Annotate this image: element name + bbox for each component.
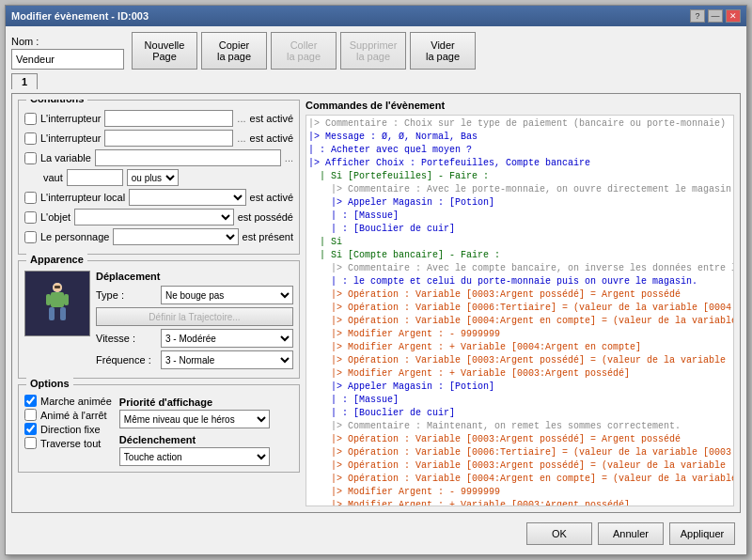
deplacement-title: Déplacement xyxy=(96,271,293,282)
condition-5-checkbox[interactable] xyxy=(24,211,37,224)
options-content: Marche animée Animé à l'arrêt Direction … xyxy=(24,395,293,466)
condition-2-dots: ... xyxy=(237,132,245,144)
type-select[interactable]: Ne bouge pas xyxy=(161,286,293,304)
condition-1-input[interactable] xyxy=(104,110,233,127)
type-row: Type : Ne bouge pas xyxy=(96,286,293,304)
toolbar: NouvellePage Copierla page Collerla page… xyxy=(132,32,476,70)
command-line: |> Opération : Variable [0003:Argent pos… xyxy=(308,459,731,473)
frequence-row: Fréquence : 3 - Normale xyxy=(96,350,293,369)
appearance-section: Déplacement Type : Ne bouge pas Définir … xyxy=(24,271,293,372)
command-line: |> Commentaire : Avec le porte-monnaie, … xyxy=(308,183,731,196)
direction-checkbox[interactable] xyxy=(24,423,37,435)
conditions-group: Conditions L'interrupteur ... est activé xyxy=(18,100,300,255)
command-line: |> Appeler Magasin : [Potion] xyxy=(308,381,731,394)
condition-row-1: L'interrupteur ... est activé xyxy=(24,110,293,127)
command-line: |> Modifier Argent : + Variable [0004:Ar… xyxy=(308,341,731,354)
command-line: | Si [Compte bancaire] - Faire : xyxy=(308,249,731,262)
conditions-title: Conditions xyxy=(26,100,87,104)
clear-page-button[interactable]: Viderla page xyxy=(410,32,476,70)
svg-rect-4 xyxy=(46,294,51,305)
apply-button[interactable]: Appliquer xyxy=(669,522,735,545)
cancel-button[interactable]: Annuler xyxy=(598,522,664,545)
condition-3-dots: ... xyxy=(285,152,293,163)
command-line: | : [Bouclier de cuir] xyxy=(308,223,731,236)
priority-section: Priorité d'affichage Même niveau que le … xyxy=(119,397,293,428)
type-label: Type : xyxy=(96,289,157,301)
marche-label: Marche animée xyxy=(40,396,112,407)
condition-2-checkbox[interactable] xyxy=(24,132,37,145)
help-button[interactable]: ? xyxy=(690,9,705,23)
main-area: Conditions L'interrupteur ... est activé xyxy=(11,93,741,513)
appearance-title: Apparence xyxy=(26,254,87,265)
condition-4-checkbox[interactable] xyxy=(24,192,37,204)
condition-3-input[interactable] xyxy=(95,149,281,166)
command-line: | Si xyxy=(308,236,731,249)
ok-button[interactable]: OK xyxy=(526,522,592,545)
anime-label: Animé à l'arrêt xyxy=(40,410,107,421)
command-line: |> Message : Ø, Ø, Normal, Bas xyxy=(308,131,731,144)
condition-4-select[interactable] xyxy=(129,189,245,206)
traverse-checkbox[interactable] xyxy=(24,437,37,449)
name-label: Nom : xyxy=(11,36,124,47)
tab-bar: 1 xyxy=(11,73,741,89)
condition-3-checkbox[interactable] xyxy=(24,152,37,164)
svg-rect-5 xyxy=(64,294,69,305)
command-line: | Si [Portefeuilles] - Faire : xyxy=(308,170,731,183)
left-panel: Conditions L'interrupteur ... est activé xyxy=(18,100,300,506)
condition-1-dots: ... xyxy=(237,113,245,124)
condition-1-label: L'interrupteur xyxy=(40,113,101,124)
command-line: |> Modifier Argent : - 9999999 xyxy=(308,328,731,341)
condition-row-3: La variable ... xyxy=(24,149,293,166)
trigger-select[interactable]: Touche action xyxy=(119,447,270,466)
trajectory-button[interactable]: Définir la Trajectoire... xyxy=(96,307,293,326)
vitesse-label: Vitesse : xyxy=(96,333,157,344)
condition-5-select[interactable] xyxy=(74,209,234,226)
name-input[interactable] xyxy=(11,49,124,70)
commands-list[interactable]: |> Commentaire : Choix sur le type de pa… xyxy=(306,115,734,506)
priority-select[interactable]: Même niveau que le héros xyxy=(119,410,270,428)
vaut-input[interactable] xyxy=(67,169,123,186)
condition-1-checkbox[interactable] xyxy=(24,113,37,125)
option-anime: Animé à l'arrêt xyxy=(24,409,112,421)
copy-page-button[interactable]: Copierla page xyxy=(201,32,267,70)
condition-6-suffix: est présent xyxy=(243,231,293,242)
condition-6-select[interactable] xyxy=(113,228,238,245)
marche-checkbox[interactable] xyxy=(24,395,37,407)
command-line: | : [Bouclier de cuir] xyxy=(308,407,731,420)
new-page-button[interactable]: NouvellePage xyxy=(132,32,197,70)
frequence-select[interactable]: 3 - Normale xyxy=(161,350,293,369)
paste-page-button[interactable]: Collerla page xyxy=(271,32,337,70)
tab-1[interactable]: 1 xyxy=(11,73,38,89)
command-line: |> Opération : Variable [0006:Tertiaire]… xyxy=(308,446,731,459)
vaut-select[interactable]: ou plus xyxy=(127,169,179,186)
vaut-label: vaut xyxy=(43,172,63,183)
condition-row-5: L'objet est possédé xyxy=(24,209,293,226)
priority-trigger-section: Priorité d'affichage Même niveau que le … xyxy=(119,395,293,466)
anime-checkbox[interactable] xyxy=(24,409,37,421)
condition-5-label: L'objet xyxy=(40,211,70,223)
command-line: |> Opération : Variable [0003:Argent pos… xyxy=(308,354,731,367)
right-panel: Commandes de l'évènement |> Commentaire … xyxy=(306,100,734,506)
frequence-label: Fréquence : xyxy=(96,354,157,366)
priority-title: Priorité d'affichage xyxy=(119,397,293,408)
vitesse-select[interactable]: 3 - Modérée xyxy=(161,329,293,348)
options-group: Options Marche animée Animé à l'arrêt xyxy=(18,384,300,473)
command-line: |> Commentaire : Maintenant, on remet le… xyxy=(308,420,731,433)
option-direction: Direction fixe xyxy=(24,423,112,435)
close-button[interactable]: ✕ xyxy=(726,9,741,23)
command-line: |> Opération : Variable [0006:Tertiaire]… xyxy=(308,302,731,315)
minimize-button[interactable]: — xyxy=(708,9,723,23)
condition-6-checkbox[interactable] xyxy=(24,231,37,243)
command-line: |> Modifier Argent : + Variable [0003:Ar… xyxy=(308,367,731,381)
trigger-section: Déclenchement Touche action xyxy=(119,434,293,466)
top-section: Nom : NouvellePage Copierla page Collerl… xyxy=(11,32,741,70)
condition-5-suffix: est possédé xyxy=(238,211,293,223)
commands-title: Commandes de l'évènement xyxy=(306,100,734,111)
command-line: |> Appeler Magasin : [Potion] xyxy=(308,196,731,210)
delete-page-button[interactable]: Supprimerla page xyxy=(340,32,406,70)
direction-label: Direction fixe xyxy=(40,424,101,435)
condition-2-input[interactable] xyxy=(104,130,233,147)
command-line: |> Modifier Argent : + Variable [0003:Ar… xyxy=(308,499,731,506)
condition-2-suffix: est activé xyxy=(250,132,293,144)
name-section: Nom : xyxy=(11,36,124,70)
